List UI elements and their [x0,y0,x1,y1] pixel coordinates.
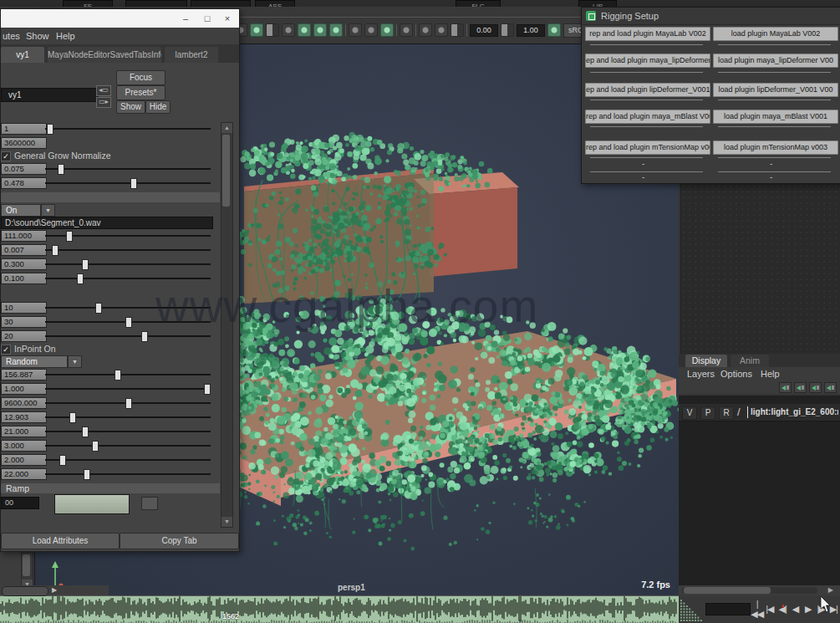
dropdown[interactable]: Random [1,355,68,368]
slider-handle[interactable] [59,455,66,466]
rig-button-right[interactable]: load plugin maya_mBlast V001 [713,110,838,124]
value-field[interactable]: 9600.000 [1,397,47,409]
value-field[interactable]: 0.478 [1,177,47,189]
menu-options[interactable]: Options [720,367,752,380]
current-frame-field[interactable] [705,603,751,615]
scroll-up-icon[interactable]: ▲ [221,123,232,133]
slider-track[interactable] [45,249,211,251]
slider-track[interactable] [45,374,211,375]
checkbox[interactable]: ✓ [1,151,11,161]
value-field[interactable]: 3.000 [1,440,47,452]
dropdown[interactable]: On [1,204,41,217]
close-icon[interactable]: × [220,12,235,25]
slider-track[interactable] [45,388,211,390]
slider-handle[interactable] [115,370,121,380]
focus-button[interactable]: Focus [116,70,165,85]
time-slider[interactable]: 1562 [0,595,679,623]
anti-alias-icon[interactable] [380,23,394,37]
path-field[interactable]: D:\sound\Segment_0.wav [1,217,213,229]
value-field[interactable]: 1 [1,123,47,135]
step-back-frame-button[interactable]: |◀ [763,604,776,615]
slider-handle[interactable] [125,398,132,409]
menu-Help[interactable]: Help [56,28,75,44]
ramp-preview[interactable] [54,494,130,514]
tab-vy1[interactable]: vy1 [1,47,44,63]
select-cursor-icon[interactable] [400,23,413,37]
slider-handle[interactable] [141,331,148,342]
value-field[interactable]: 111.000 [1,230,47,242]
isolate-select-icon[interactable] [250,23,263,37]
layer-toggle-p[interactable]: P [700,406,715,420]
slider-handle[interactable] [95,303,102,314]
menu-utes[interactable]: utes [3,28,20,44]
scroll-down-icon[interactable]: ▼ [221,517,232,527]
ramp-value-field[interactable]: 00 [1,497,39,509]
layer-tool-icon[interactable] [809,382,822,393]
scroll-thumb[interactable] [23,554,30,576]
expand-right-icon[interactable]: ▶ [52,586,57,595]
screen-space-ao-icon[interactable] [349,23,362,37]
layer-tool-icon[interactable] [794,382,807,393]
exposure-field[interactable]: 0.00 [470,24,498,37]
value-field[interactable]: 0.100 [1,273,47,284]
layer-toggle-r[interactable]: R [719,406,734,420]
slider-handle[interactable] [58,164,64,175]
value-field[interactable]: 12.903 [1,411,47,423]
rig-button-right[interactable]: load plugin MayaLab V002 [713,27,838,41]
go-to-start-button[interactable]: |◀◀ [751,599,763,620]
slider-track[interactable] [45,182,211,184]
slider-track[interactable] [45,473,211,475]
dropdown-arrow-icon[interactable]: ▼ [41,204,55,217]
slider-track[interactable] [45,168,211,170]
rig-button-left[interactable]: ep and load plugin lipDeformer_V001 V00 [585,83,710,97]
value-field[interactable]: 1.000 [1,383,47,395]
presets-button[interactable]: Presets* [116,85,165,100]
lighting-icon[interactable] [313,23,327,37]
rig-button-right[interactable]: load plugin mTensionMap v003 [713,140,838,155]
value-field[interactable]: 20 [1,330,47,342]
slider-track[interactable] [45,459,211,461]
tab-anim[interactable]: Anim [731,355,769,367]
scroll-thumb[interactable] [222,135,230,207]
show-button[interactable]: Show [116,100,145,114]
value-field[interactable]: 10 [1,302,47,314]
value-field[interactable]: 0.075 [1,163,47,175]
window-titlebar[interactable]: Rigging Setup [582,8,840,25]
tab-lambert2[interactable]: lambert2 [165,47,218,63]
ramp-interp-box[interactable] [141,497,158,510]
wireframe-on-shaded-icon[interactable] [282,23,295,37]
slider-handle[interactable] [52,245,59,256]
rig-button-left[interactable]: rep and load plugin maya_mBlast V001 [585,110,710,124]
value-field[interactable]: 3600000 [1,137,47,149]
slider-handle[interactable] [204,384,211,395]
tab-MayaNodeEditorSavedTabsInfo[interactable]: MayaNodeEditorSavedTabsInfo [48,47,161,63]
slider-handle[interactable] [130,178,137,189]
slider-track[interactable] [45,445,211,447]
layer-toggle-v[interactable]: V [682,406,697,420]
slider-handle[interactable] [84,469,90,480]
slider-track[interactable] [45,431,211,432]
range-start-field[interactable] [2,586,48,596]
rig-button-left[interactable]: rep and load plugin mTensionMap v003 [585,140,710,155]
expand-left-icon[interactable]: ▶ [828,586,833,594]
value-field[interactable]: 2.000 [1,454,47,466]
section-header[interactable]: Ramp [1,483,220,493]
dropdown-arrow-icon[interactable]: ▼ [68,355,82,368]
gamma-icon[interactable] [501,23,514,37]
slider-track[interactable] [45,128,211,130]
slider-handle[interactable] [82,259,89,270]
value-field[interactable]: 30 [1,316,47,328]
gamma-field[interactable]: 1.00 [517,24,545,37]
play-backwards-button[interactable]: ◀ [789,604,802,615]
paste-view-icon[interactable] [435,23,448,37]
menu-help[interactable]: Help [761,367,780,380]
window-titlebar[interactable]: – □ × [1,9,239,28]
copy-view-icon[interactable] [419,23,432,37]
checkbox[interactable]: ✓ [1,345,11,355]
slider-handle[interactable] [125,317,132,328]
value-field[interactable]: 0.300 [1,258,47,270]
output-connection-icon[interactable]: ▭▸ [96,97,111,108]
value-field[interactable]: 156.887 [1,369,47,380]
step-back-key-button[interactable]: ◀| [776,604,789,615]
input-connection-icon[interactable]: ◂▭ [96,85,111,96]
